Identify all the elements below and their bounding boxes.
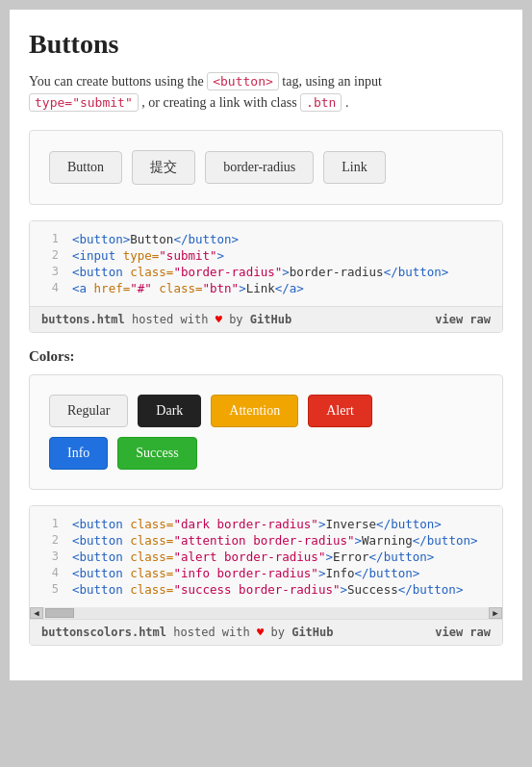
submit-attr-code: type="submit"	[29, 93, 139, 112]
code-content-1: <button>Button</button>	[72, 232, 239, 246]
code-lines-basic: 1 <button>Button</button> 2 <input type=…	[30, 221, 502, 306]
code-footer-colors-left: buttonscolors.html hosted with ♥ by GitH…	[41, 626, 334, 639]
code-line-c1: 1 <button class="dark border-radius">Inv…	[30, 516, 502, 532]
scrollbar[interactable]: ◀ ▶	[30, 607, 502, 619]
line-number-c1: 1	[39, 517, 59, 530]
code-content-c2: <button class="attention border-radius">…	[72, 533, 477, 548]
line-number-c3: 3	[39, 550, 59, 563]
button-tag-code: <button>	[207, 72, 279, 90]
code-content-2: <input type="submit">	[72, 248, 224, 263]
page-title: Buttons	[29, 29, 503, 60]
line-number-3: 3	[39, 265, 59, 278]
demo-button-submit[interactable]: 提交	[132, 150, 195, 185]
line-number-2: 2	[39, 248, 59, 262]
line-number-c4: 4	[39, 566, 59, 579]
filename-link-basic[interactable]: buttons.html	[41, 313, 125, 326]
hosted-with-text-2: hosted with	[173, 626, 249, 639]
code-line-c2: 2 <button class="attention border-radius…	[30, 532, 502, 549]
by-text-2: by	[270, 626, 284, 639]
demo-button-regular[interactable]: Regular	[49, 395, 128, 427]
btn-class-code: .btn	[300, 93, 342, 112]
demo-button-info[interactable]: Info	[49, 437, 108, 470]
main-page: Buttons You can create buttons using the…	[10, 10, 522, 680]
code-footer-basic: buttons.html hosted with ♥ by GitHub vie…	[30, 306, 502, 332]
code-content-c5: <button class="success border-radius">Su…	[72, 582, 463, 597]
code-line-3: 3 <button class="border-radius">border-r…	[30, 264, 502, 280]
demo-box-basic: Button 提交 border-radius Link	[29, 130, 503, 205]
github-link-colors[interactable]: GitHub	[291, 626, 333, 639]
demo-button-link[interactable]: Link	[323, 151, 385, 184]
line-number-c5: 5	[39, 582, 59, 596]
demo-button-dark[interactable]: Dark	[138, 395, 201, 427]
code-content-3: <button class="border-radius">border-rad…	[72, 265, 448, 279]
scroll-left-button[interactable]: ◀	[30, 607, 43, 619]
hosted-with-text: hosted with	[132, 313, 208, 326]
code-content-c1: <button class="dark border-radius">Inver…	[72, 517, 442, 531]
demo-button-border-radius[interactable]: border-radius	[205, 151, 314, 184]
color-buttons-row-2: Info Success	[49, 437, 483, 470]
line-number-1: 1	[39, 232, 59, 245]
code-content-4: <a href="#" class="btn">Link</a>	[72, 281, 304, 295]
intro-text-end: .	[345, 95, 349, 110]
scroll-right-button[interactable]: ▶	[489, 607, 502, 619]
heart-icon: ♥	[215, 313, 222, 326]
code-line-c5: 5 <button class="success border-radius">…	[30, 581, 502, 598]
code-block-colors: 1 <button class="dark border-radius">Inv…	[29, 505, 503, 646]
github-link-basic[interactable]: GitHub	[250, 313, 291, 326]
code-block-basic: 1 <button>Button</button> 2 <input type=…	[29, 220, 503, 333]
scrollbar-track-inner[interactable]	[43, 607, 489, 619]
view-raw-link-colors[interactable]: view raw	[435, 626, 491, 639]
code-content-c4: <button class="info border-radius">Info<…	[72, 566, 419, 580]
code-lines-colors: 1 <button class="dark border-radius">Inv…	[30, 506, 502, 607]
line-number-c2: 2	[39, 533, 59, 547]
code-footer-left: buttons.html hosted with ♥ by GitHub	[41, 313, 291, 326]
line-number-4: 4	[39, 281, 59, 294]
code-line-1: 1 <button>Button</button>	[30, 231, 502, 247]
by-text-1: by	[229, 313, 242, 326]
code-line-2: 2 <input type="submit">	[30, 247, 502, 264]
code-content-c3: <button class="alert border-radius">Erro…	[72, 550, 434, 564]
demo-button-button[interactable]: Button	[49, 151, 122, 184]
heart-icon-2: ♥	[257, 626, 264, 639]
colors-section-label: Colors:	[29, 348, 503, 365]
intro-text-middle: tag, using an input	[282, 74, 381, 89]
intro-text-before: You can create buttons using the	[29, 74, 204, 89]
basic-buttons-row: Button 提交 border-radius Link	[49, 150, 483, 185]
demo-box-colors: Regular Dark Attention Alert Info Succes…	[29, 374, 503, 490]
filename-link-colors[interactable]: buttonscolors.html	[41, 626, 166, 639]
demo-button-alert[interactable]: Alert	[308, 395, 372, 427]
demo-button-attention[interactable]: Attention	[211, 395, 298, 427]
code-line-4: 4 <a href="#" class="btn">Link</a>	[30, 280, 502, 296]
scrollbar-thumb[interactable]	[45, 608, 74, 618]
intro-paragraph: You can create buttons using the <button…	[29, 71, 503, 115]
code-line-c4: 4 <button class="info border-radius">Inf…	[30, 565, 502, 581]
intro-text-after: , or creating a link with class	[141, 95, 296, 110]
code-footer-colors: buttonscolors.html hosted with ♥ by GitH…	[30, 619, 502, 645]
code-line-c3: 3 <button class="alert border-radius">Er…	[30, 549, 502, 565]
demo-button-success[interactable]: Success	[117, 437, 196, 470]
view-raw-link-basic[interactable]: view raw	[435, 313, 491, 326]
color-buttons-row-1: Regular Dark Attention Alert	[49, 395, 483, 427]
